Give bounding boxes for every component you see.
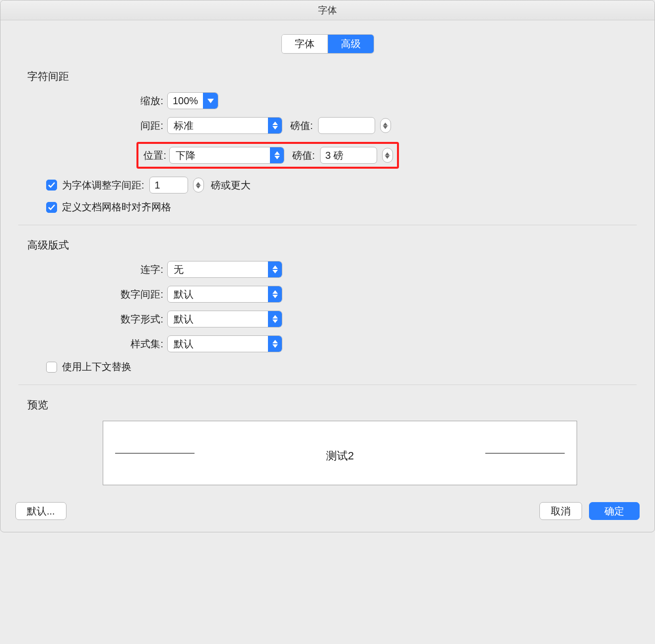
kerning-checkbox[interactable] bbox=[46, 180, 57, 191]
position-pt-input[interactable]: 3 磅 bbox=[320, 147, 377, 164]
svg-marker-12 bbox=[272, 270, 278, 273]
section-char-spacing: 字符间距 bbox=[27, 67, 637, 83]
preview-rule-left bbox=[115, 453, 195, 453]
spacing-pt-input[interactable] bbox=[318, 117, 375, 134]
position-pt-stepper[interactable] bbox=[382, 148, 393, 163]
window-title: 字体 bbox=[0, 0, 655, 20]
svg-marker-0 bbox=[207, 99, 214, 103]
svg-marker-14 bbox=[272, 295, 278, 298]
preview-box: 测试2 bbox=[103, 421, 577, 485]
ligature-select[interactable]: 无 bbox=[167, 261, 282, 278]
label-kerning: 为字体调整字间距: bbox=[62, 179, 144, 192]
style-set-select[interactable]: 默认 bbox=[167, 335, 282, 352]
updown-icon bbox=[270, 147, 284, 163]
svg-marker-11 bbox=[272, 265, 278, 269]
spacing-pt-stepper[interactable] bbox=[380, 118, 391, 133]
cancel-button[interactable]: 取消 bbox=[539, 502, 582, 520]
num-spacing-select[interactable]: 默认 bbox=[167, 286, 282, 303]
scale-combo[interactable]: 100% bbox=[167, 92, 218, 109]
highlight-position-row: 位置: 下降 磅值: 3 磅 bbox=[136, 142, 399, 169]
svg-marker-16 bbox=[272, 320, 278, 323]
updown-icon bbox=[268, 336, 282, 352]
snap-grid-checkbox[interactable] bbox=[46, 202, 57, 213]
label-spacing-pt: 磅值: bbox=[290, 119, 313, 132]
svg-marker-2 bbox=[272, 126, 278, 129]
chevron-down-icon bbox=[203, 93, 218, 109]
ok-button[interactable]: 确定 bbox=[589, 502, 640, 520]
updown-icon bbox=[268, 118, 282, 133]
svg-marker-6 bbox=[274, 156, 280, 159]
label-kerning-suffix: 磅或更大 bbox=[211, 179, 251, 192]
preview-text: 测试2 bbox=[326, 449, 354, 463]
updown-icon bbox=[268, 286, 282, 302]
svg-marker-17 bbox=[272, 340, 278, 343]
tab-advanced[interactable]: 高级 bbox=[328, 35, 374, 53]
svg-marker-4 bbox=[383, 126, 388, 129]
svg-marker-10 bbox=[196, 186, 200, 189]
num-form-select[interactable]: 默认 bbox=[167, 311, 282, 327]
label-ligature: 连字: bbox=[18, 263, 167, 276]
tab-bar: 字体 高级 bbox=[18, 34, 637, 54]
default-button[interactable]: 默认... bbox=[15, 502, 66, 520]
preview-title: 预览 bbox=[27, 396, 637, 412]
label-num-spacing: 数字间距: bbox=[18, 288, 167, 301]
svg-marker-18 bbox=[272, 344, 278, 348]
svg-marker-1 bbox=[272, 122, 278, 125]
tab-font[interactable]: 字体 bbox=[282, 35, 328, 53]
section-typography: 高级版式 bbox=[27, 236, 637, 252]
spacing-select[interactable]: 标准 bbox=[167, 117, 282, 134]
svg-marker-15 bbox=[272, 315, 278, 319]
contextual-checkbox[interactable] bbox=[46, 362, 57, 373]
label-spacing: 间距: bbox=[18, 119, 167, 132]
position-select[interactable]: 下降 bbox=[169, 147, 284, 164]
label-num-form: 数字形式: bbox=[18, 313, 167, 326]
updown-icon bbox=[268, 311, 282, 327]
divider bbox=[18, 225, 637, 225]
updown-icon bbox=[268, 261, 282, 277]
label-contextual: 使用上下文替换 bbox=[62, 360, 131, 374]
label-scale: 缩放: bbox=[18, 94, 167, 108]
divider bbox=[18, 385, 637, 385]
label-snap-grid: 定义文档网格时对齐网格 bbox=[62, 200, 171, 214]
preview-rule-right bbox=[485, 453, 565, 453]
label-position: 位置: bbox=[138, 149, 169, 162]
label-position-pt: 磅值: bbox=[292, 149, 315, 162]
kerning-value-input[interactable]: 1 bbox=[149, 177, 188, 193]
label-style-set: 样式集: bbox=[18, 337, 167, 351]
svg-marker-8 bbox=[385, 156, 390, 159]
svg-marker-5 bbox=[274, 151, 280, 155]
kerning-stepper[interactable] bbox=[193, 178, 204, 193]
svg-marker-13 bbox=[272, 290, 278, 294]
